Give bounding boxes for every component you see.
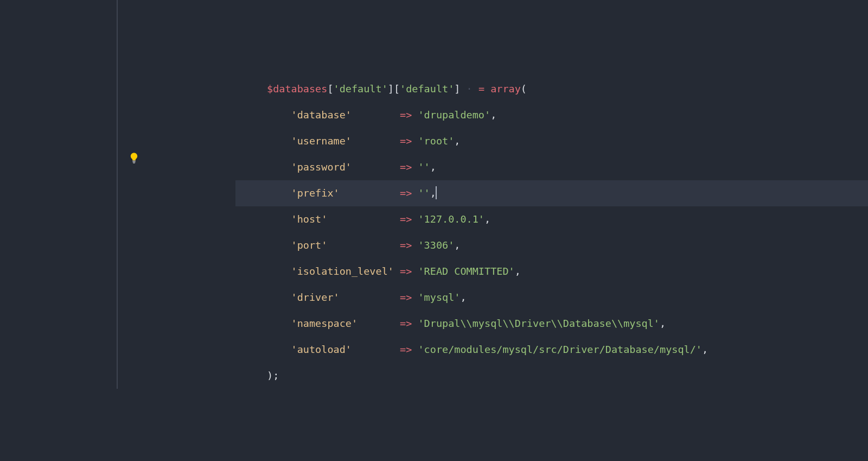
code-line: 'port' => '3306', bbox=[235, 232, 868, 258]
array-key: 'host' bbox=[291, 213, 394, 225]
code-line: 'driver' => 'mysql', bbox=[235, 285, 868, 311]
code-line: $databases['default']['default'] · = arr… bbox=[235, 76, 868, 102]
code-line: 'database' => 'drupaldemo', bbox=[235, 102, 868, 128]
array-value: 'READ COMMITTED' bbox=[418, 266, 514, 277]
array-key: 'namespace' bbox=[291, 318, 394, 329]
array-key: 'prefix' bbox=[291, 187, 394, 199]
code-line: 'prefix' => '', bbox=[235, 180, 868, 206]
array-value: '' bbox=[418, 187, 430, 199]
array-value: 'root' bbox=[418, 135, 454, 147]
array-value: 'core/modules/mysql/src/Driver/Database/… bbox=[418, 344, 701, 355]
code-line: 'password' => '', bbox=[235, 154, 868, 180]
array-key: 'port' bbox=[291, 239, 394, 251]
array-key: 'database' bbox=[291, 109, 394, 121]
code-line: ); bbox=[235, 363, 868, 389]
text-cursor bbox=[436, 186, 437, 199]
array-value: 'mysql' bbox=[418, 292, 460, 303]
svg-rect-1 bbox=[133, 162, 136, 162]
array-key: 'password' bbox=[291, 161, 394, 173]
array-key: 'driver' bbox=[291, 292, 394, 303]
svg-rect-2 bbox=[133, 163, 135, 163]
svg-rect-0 bbox=[132, 161, 136, 161]
array-key: 'username' bbox=[291, 135, 394, 147]
code-line: 'namespace' => 'Drupal\\mysql\\Driver\\D… bbox=[235, 311, 868, 337]
array-value: '127.0.0.1' bbox=[418, 213, 484, 225]
array-value: 'Drupal\\mysql\\Driver\\Database\\mysql' bbox=[418, 318, 660, 329]
variable: $databases bbox=[267, 83, 327, 94]
array-value: 'drupaldemo' bbox=[418, 109, 490, 121]
code-line: 'username' => 'root', bbox=[235, 128, 868, 154]
code-line: 'autoload' => 'core/modules/mysql/src/Dr… bbox=[235, 337, 868, 363]
code-line: 'host' => '127.0.0.1', bbox=[235, 206, 868, 232]
array-value: '3306' bbox=[418, 239, 454, 251]
code-line: 'isolation_level' => 'READ COMMITTED', bbox=[235, 258, 868, 285]
lightbulb-icon[interactable] bbox=[128, 148, 140, 160]
array-value: '' bbox=[418, 161, 430, 173]
array-key: 'autoload' bbox=[291, 344, 394, 355]
array-key: 'isolation_level' bbox=[291, 266, 394, 277]
code-editor[interactable]: $databases['default']['default'] · = arr… bbox=[117, 0, 868, 389]
